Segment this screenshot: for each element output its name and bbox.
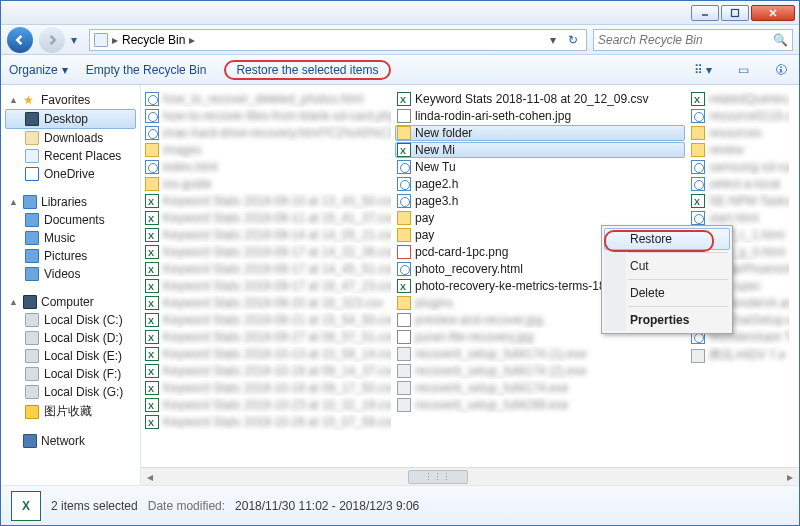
file-item[interactable]: Keyword Stats 2018-09-21 at 15_54_50.csv — [143, 312, 391, 328]
nav-videos[interactable]: Videos — [5, 265, 136, 283]
file-item[interactable]: linda-rodin-ari-seth-cohen.jpg — [395, 108, 685, 124]
html-file-icon — [397, 160, 411, 174]
file-item[interactable]: Keyword Stats 2018-09-17 at 14_32_36.csv — [143, 244, 391, 260]
file-item[interactable]: page3.h — [395, 193, 685, 209]
scroll-right-icon[interactable]: ▸ — [781, 470, 799, 484]
address-bar[interactable]: ▸ Recycle Bin ▸ ▾ ↻ — [89, 29, 587, 51]
file-item[interactable]: Keyword Stats 2018-09-14 at 14_05_21.csv — [143, 227, 391, 243]
close-button[interactable] — [751, 5, 795, 21]
file-item[interactable]: pay — [395, 210, 685, 226]
file-item[interactable]: start.html — [689, 210, 789, 226]
nav-pictures[interactable]: Pictures — [5, 247, 136, 265]
file-item[interactable]: Keyword Stats 2018-09-10 at 13_43_50.csv — [143, 193, 391, 209]
maximize-button[interactable] — [721, 5, 749, 21]
address-dropdown-icon[interactable]: ▾ — [546, 33, 560, 47]
nav-drive-f[interactable]: Local Disk (F:) — [5, 365, 136, 383]
file-item[interactable]: page2.h — [395, 176, 685, 192]
file-item[interactable]: resources — [689, 125, 789, 141]
horizontal-scrollbar[interactable]: ◂ ⋮⋮⋮ ▸ — [141, 467, 799, 485]
organize-menu[interactable]: Organize ▾ — [9, 63, 68, 77]
file-item[interactable]: New Tu — [395, 159, 685, 175]
file-item[interactable]: recoverit_setup_full4174.exe — [395, 380, 685, 396]
ctx-restore[interactable]: Restore — [604, 228, 730, 250]
file-item[interactable]: samsung-sd-ca — [689, 159, 789, 175]
file-item[interactable]: review — [689, 142, 789, 158]
ctx-properties[interactable]: Properties — [604, 309, 730, 331]
file-item[interactable]: Keyword Stats 2018-11-08 at 20_12_09.csv — [395, 91, 685, 107]
nav-downloads[interactable]: Downloads — [5, 129, 136, 147]
nav-drive-c[interactable]: Local Disk (C:) — [5, 311, 136, 329]
ctx-cut[interactable]: Cut — [604, 255, 730, 277]
file-item[interactable]: New folder — [395, 125, 685, 141]
file-item[interactable]: Keyword Stats 2018-10-18 at 09_14_37.csv — [143, 363, 391, 379]
status-date-label: Date modified: — [148, 499, 225, 513]
status-date-value: 2018/11/30 11:02 - 2018/12/3 9:06 — [235, 499, 419, 513]
file-name: New Tu — [415, 160, 456, 174]
search-box[interactable]: 🔍 — [593, 29, 793, 51]
file-item[interactable]: relatedQueries.csv — [689, 91, 789, 107]
breadcrumb-chevron-icon[interactable]: ▸ — [189, 33, 195, 47]
file-item[interactable]: recoverit_setup_full4174 (1).exe — [395, 346, 685, 362]
file-item[interactable]: resource0116.c — [689, 108, 789, 124]
excel-file-icon — [145, 245, 159, 259]
file-name: Keyword Stats 2018-09-11 at 15_41_37.csv — [163, 211, 391, 225]
excel-file-icon — [397, 279, 411, 293]
nav-documents[interactable]: Documents — [5, 211, 136, 229]
breadcrumb-location[interactable]: Recycle Bin — [122, 33, 185, 47]
file-item[interactable]: Keyword Stats 2018-09-20 at 16_323.csv — [143, 295, 391, 311]
ctx-delete[interactable]: Delete — [604, 282, 730, 304]
file-item[interactable]: imac-hard-drive-recovery.html?C2%A0%C2%A… — [143, 125, 391, 141]
search-input[interactable] — [598, 33, 769, 47]
file-item[interactable]: Keyword Stats 2018-10-26 at 15_07_58.csv — [143, 414, 391, 430]
nav-drive-d[interactable]: Local Disk (D:) — [5, 329, 136, 347]
file-item[interactable]: ios-guide — [143, 176, 391, 192]
refresh-icon[interactable]: ↻ — [564, 33, 582, 47]
file-item[interactable]: Keyword Stats 2018-09-17 at 14_45_51.csv — [143, 261, 391, 277]
html-file-icon — [691, 177, 705, 191]
file-item[interactable]: SE-NPM-Tasks_V — [689, 193, 789, 209]
scroll-left-icon[interactable]: ◂ — [141, 470, 159, 484]
file-name: pay — [415, 228, 434, 242]
view-options-icon[interactable]: ⠿ ▾ — [690, 63, 716, 77]
file-item[interactable]: New Mi — [395, 142, 685, 158]
nav-onedrive[interactable]: OneDrive — [5, 165, 136, 183]
file-item[interactable]: Keyword Stats 2018-10-18 at 09_17_50.csv — [143, 380, 391, 396]
file-item[interactable]: Keyword Stats 2018-09-17 at 16_47_23.csv — [143, 278, 391, 294]
nav-recent-places[interactable]: Recent Places — [5, 147, 136, 165]
history-chevron-icon[interactable]: ▾ — [71, 33, 83, 47]
nav-desktop[interactable]: Desktop — [5, 109, 136, 129]
file-item[interactable]: index.html — [143, 159, 391, 175]
back-button[interactable] — [7, 27, 33, 53]
file-item[interactable]: recoverit_setup_full4289.exe — [395, 397, 685, 413]
documents-icon — [25, 213, 39, 227]
empty-recycle-bin[interactable]: Empty the Recycle Bin — [86, 63, 207, 77]
nav-drive-g[interactable]: Local Disk (G:) — [5, 383, 136, 401]
file-item[interactable]: how-to-recover-files-from-blank-sd-card.… — [143, 108, 391, 124]
help-icon[interactable]: 🛈 — [771, 63, 791, 77]
restore-selected-items[interactable]: Restore the selected items — [224, 60, 390, 80]
minimize-button[interactable] — [691, 5, 719, 21]
jpg-file-icon — [397, 313, 411, 327]
file-item[interactable]: recoverit_setup_full4174 (2).exe — [395, 363, 685, 379]
file-item[interactable]: images — [143, 142, 391, 158]
file-item[interactable]: select-a-locat — [689, 176, 789, 192]
file-item[interactable]: Keyword Stats 2018-09-11 at 15_41_37.csv — [143, 210, 391, 226]
network-group[interactable]: ▲Network — [5, 432, 136, 450]
file-item[interactable]: Keyword Stats 2018-09-27 at 09_57_51.csv — [143, 329, 391, 345]
nav-extra-folder[interactable]: 图片收藏 — [5, 401, 136, 422]
scroll-thumb[interactable]: ⋮⋮⋮ — [408, 470, 468, 484]
forward-button[interactable] — [39, 27, 65, 53]
file-item[interactable]: 腾讯-HIDV 7.e — [689, 346, 789, 365]
nav-drive-e[interactable]: Local Disk (E:) — [5, 347, 136, 365]
libraries-group[interactable]: ▲Libraries — [5, 193, 136, 211]
file-item[interactable]: Keyword Stats 2018-10-23 at 10_32_19.csv — [143, 397, 391, 413]
nav-music[interactable]: Music — [5, 229, 136, 247]
computer-group[interactable]: ▲Computer — [5, 293, 136, 311]
file-list[interactable]: how_to_recover_deleted_photos.htmlhow-to… — [141, 85, 799, 485]
file-item[interactable]: how_to_recover_deleted_photos.html — [143, 91, 391, 107]
file-name: preview-and-recover.jpg — [415, 313, 543, 327]
file-item[interactable]: Keyword Stats 2018-10-13 at 10_58_14.csv — [143, 346, 391, 362]
search-icon[interactable]: 🔍 — [773, 33, 788, 47]
preview-pane-icon[interactable]: ▭ — [734, 63, 753, 77]
favorites-group[interactable]: ▲★Favorites — [5, 91, 136, 109]
